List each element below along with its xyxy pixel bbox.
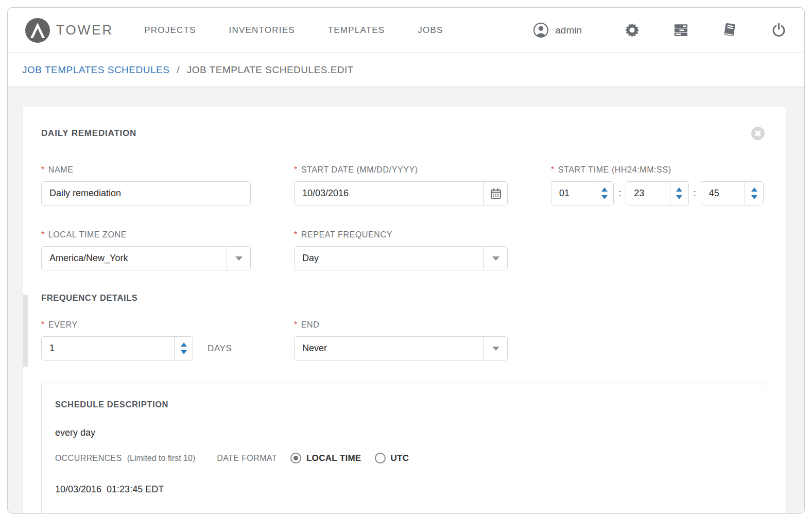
- utc-radio-option[interactable]: UTC: [375, 453, 409, 464]
- user-icon: [533, 22, 549, 38]
- every-label: * EVERY: [41, 320, 251, 330]
- start-date-input-wrap: [294, 181, 508, 205]
- schedule-edit-panel: DAILY REMEDIATION * NAME *: [22, 106, 786, 514]
- hour-down-icon[interactable]: [601, 195, 608, 199]
- nav-items: PROJECTS INVENTORIES TEMPLATES JOBS: [144, 25, 443, 36]
- timezone-field-group: * LOCAL TIME ZONE America/New_York: [41, 230, 251, 270]
- end-field-group: * END Never: [294, 320, 508, 360]
- end-label-text: END: [301, 320, 320, 330]
- every-input-group: DAYS: [41, 336, 251, 360]
- frequency-label-text: REPEAT FREQUENCY: [301, 230, 392, 239]
- second-input-wrap: [701, 181, 764, 205]
- frequency-label: * REPEAT FREQUENCY: [294, 230, 508, 239]
- nav-item-jobs[interactable]: JOBS: [418, 25, 443, 36]
- book-icon[interactable]: [722, 22, 738, 38]
- nav-right: admin: [533, 22, 787, 38]
- minute-down-icon[interactable]: [676, 195, 682, 199]
- hour-input-wrap: [551, 181, 614, 205]
- every-label-text: EVERY: [48, 320, 78, 330]
- chevron-down-icon: [492, 256, 499, 261]
- page-title: DAILY REMEDIATION: [41, 128, 136, 139]
- name-input[interactable]: [42, 182, 250, 205]
- portal-icon[interactable]: [673, 22, 689, 38]
- timezone-select[interactable]: America/New_York: [41, 246, 251, 270]
- start-date-field-group: * START DATE (MM/DD/YYYY): [294, 165, 508, 205]
- name-label: * NAME: [41, 165, 251, 175]
- form-row-2: * LOCAL TIME ZONE America/New_York * REP…: [41, 230, 767, 270]
- every-up-icon[interactable]: [181, 342, 187, 347]
- required-marker: *: [294, 230, 298, 239]
- second-input[interactable]: [701, 182, 745, 205]
- date-format-label: DATE FORMAT: [217, 454, 277, 463]
- nav-item-projects[interactable]: PROJECTS: [144, 25, 196, 36]
- brand-name: TOWER: [56, 22, 113, 38]
- name-label-text: NAME: [48, 165, 74, 175]
- minute-input[interactable]: [626, 182, 669, 205]
- breadcrumb-current: JOB TEMPLATE SCHEDULES.EDIT: [187, 64, 354, 75]
- content-area: DAILY REMEDIATION * NAME *: [8, 88, 804, 514]
- start-date-label-text: START DATE (MM/DD/YYYY): [301, 165, 418, 175]
- schedule-description-box: SCHEDULE DESCRIPTION every day OCCURRENC…: [41, 383, 767, 514]
- name-input-wrap: [41, 181, 251, 205]
- power-icon[interactable]: [771, 22, 787, 38]
- second-down-icon[interactable]: [751, 195, 757, 199]
- ansible-logo-icon: [25, 18, 50, 43]
- user-menu[interactable]: admin: [533, 22, 582, 38]
- every-field-group: * EVERY DAYS: [41, 320, 251, 360]
- required-marker: *: [551, 165, 555, 175]
- start-time-label-text: START TIME (HH24:MM:SS): [558, 165, 671, 175]
- panel-scrollbar[interactable]: [23, 295, 28, 367]
- frequency-details-heading: FREQUENCY DETAILS: [41, 293, 767, 303]
- hour-input[interactable]: [551, 182, 595, 205]
- every-down-icon[interactable]: [181, 350, 187, 354]
- start-time-label: * START TIME (HH24:MM:SS): [551, 165, 764, 175]
- end-select[interactable]: Never: [294, 336, 508, 360]
- utc-radio[interactable]: [375, 453, 386, 464]
- minute-input-wrap: [626, 181, 688, 205]
- minute-up-icon[interactable]: [676, 187, 682, 192]
- end-label: * END: [294, 320, 508, 330]
- frequency-field-group: * REPEAT FREQUENCY Day: [294, 230, 508, 270]
- required-marker: *: [41, 230, 45, 239]
- required-marker: *: [294, 165, 298, 175]
- calendar-icon: [490, 187, 502, 200]
- timezone-label: * LOCAL TIME ZONE: [41, 230, 251, 239]
- form-row-3: * EVERY DAYS: [41, 320, 767, 360]
- chevron-down-icon: [492, 347, 499, 351]
- utc-radio-label: UTC: [391, 453, 409, 464]
- start-date-label: * START DATE (MM/DD/YYYY): [294, 165, 508, 175]
- second-stepper: [745, 182, 763, 205]
- timezone-value: America/New_York: [42, 247, 227, 270]
- timezone-dropdown-button[interactable]: [227, 247, 250, 270]
- time-colon: :: [694, 188, 696, 199]
- breadcrumb-separator: /: [177, 64, 180, 75]
- calendar-picker-button[interactable]: [483, 182, 507, 205]
- hour-stepper: [595, 182, 613, 205]
- nav-item-templates[interactable]: TEMPLATES: [328, 25, 385, 36]
- nav-item-inventories[interactable]: INVENTORIES: [229, 25, 295, 36]
- required-marker: *: [294, 320, 298, 330]
- gear-icon[interactable]: [624, 22, 640, 38]
- every-input[interactable]: [42, 337, 174, 360]
- breadcrumb-link-schedules[interactable]: JOB TEMPLATES SCHEDULES: [22, 64, 169, 75]
- local-time-radio[interactable]: [290, 453, 301, 464]
- local-time-radio-option[interactable]: LOCAL TIME: [290, 453, 361, 464]
- frequency-value: Day: [295, 247, 483, 270]
- frequency-dropdown-button[interactable]: [483, 247, 507, 270]
- brand[interactable]: TOWER: [25, 18, 113, 43]
- local-time-radio-label: LOCAL TIME: [306, 453, 361, 464]
- occurrences-label: OCCURRENCES: [55, 454, 122, 463]
- top-nav: TOWER PROJECTS INVENTORIES TEMPLATES JOB…: [8, 8, 804, 53]
- every-stepper: [174, 337, 193, 360]
- close-icon[interactable]: [751, 127, 765, 140]
- app-window: TOWER PROJECTS INVENTORIES TEMPLATES JOB…: [7, 7, 805, 514]
- start-date-input[interactable]: [295, 182, 483, 205]
- second-up-icon[interactable]: [751, 187, 757, 192]
- end-dropdown-button[interactable]: [483, 337, 507, 360]
- frequency-select[interactable]: Day: [294, 246, 508, 270]
- user-name: admin: [555, 25, 582, 36]
- hour-up-icon[interactable]: [601, 187, 608, 192]
- form-row-1: * NAME * START DATE (MM/DD/YYYY): [41, 165, 767, 205]
- timezone-label-text: LOCAL TIME ZONE: [48, 230, 127, 239]
- occurrences-note: (Limited to first 10): [127, 454, 195, 463]
